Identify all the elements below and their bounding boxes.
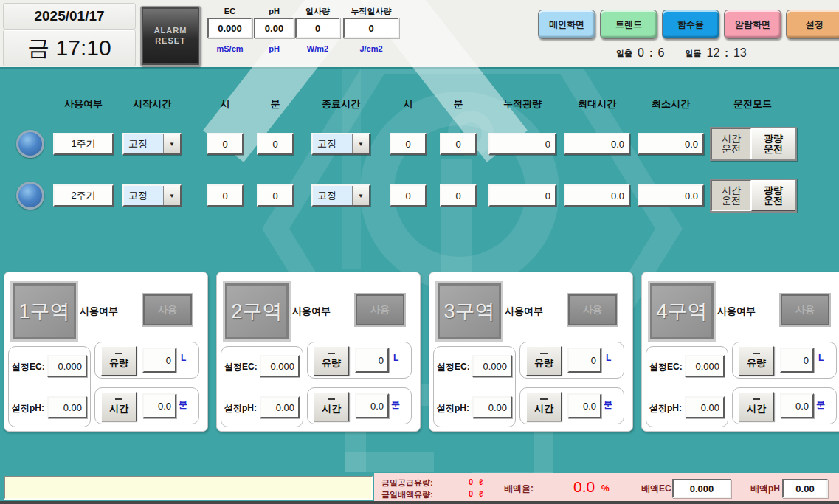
zone4-flow-button[interactable]: 유량 — [739, 346, 774, 376]
zone4-set-ec-box[interactable]: 0.000 — [685, 355, 725, 377]
drain-rate-label: 배액율: — [504, 483, 534, 495]
cycle1-start-minute-box[interactable]: 0 — [257, 133, 294, 155]
time-operation-button[interactable]: 시간 운전 — [711, 180, 751, 211]
set-ph-label: 설정pH: — [649, 402, 682, 415]
zone3-time-value-box[interactable]: 0.0 — [567, 393, 601, 418]
chevron-down-icon[interactable]: ▼ — [163, 134, 180, 153]
cycle1-end-minute-box[interactable]: 0 — [440, 133, 477, 155]
use-status-label: 사용여부 — [505, 305, 543, 318]
cycle1-end-hour-box[interactable]: 0 — [390, 133, 427, 155]
zone3-set-ec-box[interactable]: 0.000 — [472, 355, 512, 377]
zone3-flow-button[interactable]: 유량 — [526, 346, 562, 376]
cycle2-name-box[interactable]: 2주기 — [53, 184, 114, 207]
button-tick-mark — [540, 398, 548, 400]
drain-ec-value-box[interactable]: 0.000 — [672, 479, 731, 498]
light-operation-button[interactable]: 광량 운전 — [751, 180, 795, 211]
sunrise-colon: : — [649, 47, 653, 59]
cycle2-accum-light-box[interactable]: 0 — [488, 184, 556, 207]
zone4-flow-value-box[interactable]: 0 — [780, 348, 814, 373]
cycle2-start-minute-box[interactable]: 0 — [257, 184, 294, 207]
zone2-title-button[interactable]: 2구역 — [223, 281, 291, 342]
zone2-set-ph-box[interactable]: 0.00 — [260, 396, 300, 418]
nav-main-screen-button[interactable]: 메인화면 — [538, 10, 595, 39]
cycle2-max-time-box[interactable]: 0.0 — [564, 184, 630, 207]
time-unit: 분 — [391, 398, 400, 411]
zone2-flow-button[interactable]: 유량 — [314, 346, 349, 376]
header-end-time: 종료시간 — [311, 97, 370, 111]
cycle2-start-hour-box[interactable]: 0 — [207, 184, 244, 207]
button-tick-mark — [753, 398, 760, 400]
zone1-set-ec-box[interactable]: 0.000 — [47, 355, 87, 377]
date-display: 2025/01/17 — [3, 3, 136, 30]
nav-moisture-button[interactable]: 함수율 — [662, 10, 719, 39]
today-drain-unit: ℓ — [479, 489, 483, 498]
zone3-panel: 3구역 사용여부 사용 설정EC: 0.000 설정pH: 0.00 유량 0 … — [429, 272, 633, 432]
chevron-down-icon[interactable]: ▼ — [352, 186, 369, 205]
cycle1-min-time-box[interactable]: 0.0 — [638, 133, 704, 155]
time-operation-button[interactable]: 시간 운전 — [711, 128, 751, 159]
cycle1-accum-light-box[interactable]: 0 — [488, 133, 556, 155]
zone2-use-button[interactable]: 사용 — [354, 293, 406, 327]
set-ph-label: 설정pH: — [437, 402, 469, 415]
zone2-time-value-box[interactable]: 0.0 — [355, 393, 389, 418]
zone3-set-ph-box[interactable]: 0.00 — [472, 396, 512, 418]
nav-alarm-screen-button[interactable]: 알람화면 — [724, 10, 781, 39]
chevron-down-icon[interactable]: ▼ — [352, 134, 369, 153]
zone4-set-ph-box[interactable]: 0.00 — [685, 396, 725, 418]
cycle1-name-box[interactable]: 1주기 — [53, 133, 114, 155]
zone4-title-button[interactable]: 4구역 — [648, 281, 716, 342]
cycle2-end-minute-box[interactable]: 0 — [440, 184, 477, 207]
set-ec-label: 설정EC: — [649, 361, 683, 373]
ec-ph-group: 설정EC: 0.000 설정pH: 0.00 — [8, 346, 91, 427]
zone3-use-button[interactable]: 사용 — [567, 293, 618, 327]
header-start-time: 시작시간 — [122, 97, 182, 111]
zone2-time-button[interactable]: 시간 — [314, 392, 349, 421]
flow-group: 유량 0 L — [94, 342, 199, 379]
zone2-flow-value-box[interactable]: 0 — [355, 348, 389, 373]
today-supply-unit: ℓ — [479, 477, 483, 486]
zone1-title-button[interactable]: 1구역 — [10, 281, 78, 342]
zone3-time-button[interactable]: 시간 — [526, 392, 562, 421]
zone1-flow-button[interactable]: 유량 — [101, 346, 137, 376]
zone1-flow-value-box[interactable]: 0 — [142, 348, 176, 373]
time-unit: 분 — [179, 398, 187, 411]
radiation-label: 일사량 — [305, 4, 330, 18]
zone3-flow-value-box[interactable]: 0 — [567, 348, 601, 373]
cycle2-end-hour-box[interactable]: 0 — [390, 184, 427, 207]
zone1-time-button[interactable]: 시간 — [101, 392, 137, 421]
set-ph-label: 설정pH: — [12, 402, 44, 415]
nav-settings-button[interactable]: 설정 — [786, 10, 839, 39]
zone1-use-button[interactable]: 사용 — [142, 293, 193, 327]
zone4-use-button[interactable]: 사용 — [779, 293, 831, 327]
zone1-time-value-box[interactable]: 0.0 — [142, 393, 176, 418]
cycle2-end-mode-dropdown[interactable]: 고정 ▼ — [311, 184, 370, 207]
use-status-label: 사용여부 — [80, 305, 118, 318]
chevron-down-icon[interactable]: ▼ — [163, 186, 180, 205]
cycle1-max-time-box[interactable]: 0.0 — [564, 133, 630, 155]
zone4-time-value-box[interactable]: 0.0 — [780, 393, 814, 418]
zone4-time-button[interactable]: 시간 — [739, 392, 774, 421]
zone1-panel: 1구역 사용여부 사용 설정EC: 0.000 설정pH: 0.00 유량 0 … — [4, 272, 208, 432]
top-bar: 2025/01/17 금 17:10 ALARM RESET EC 0.000 … — [0, 0, 839, 69]
today-drain-label: 금일배액유량: — [381, 489, 433, 500]
button-tick-mark — [753, 353, 760, 354]
drain-ph-value-box[interactable]: 0.00 — [782, 479, 828, 498]
cycle1-end-mode-dropdown[interactable]: 고정 ▼ — [311, 133, 370, 155]
cycle1-start-hour-box[interactable]: 0 — [207, 133, 244, 155]
zone2-set-ec-box[interactable]: 0.000 — [260, 355, 300, 377]
light-operation-button[interactable]: 광량 운전 — [751, 128, 795, 159]
zone2-panel: 2구역 사용여부 사용 설정EC: 0.000 설정pH: 0.00 유량 0 … — [216, 272, 421, 432]
accum-radiation-label: 누적일사량 — [351, 4, 392, 18]
zone3-title-button[interactable]: 3구역 — [435, 281, 503, 342]
header-hour-2: 시 — [390, 97, 427, 111]
flow-unit: L — [606, 353, 611, 363]
zone1-set-ph-box[interactable]: 0.00 — [47, 396, 87, 418]
cycle1-start-mode-dropdown[interactable]: 고정 ▼ — [122, 133, 182, 155]
ec-label: EC — [224, 4, 235, 18]
ec-ph-group: 설정EC: 0.000 설정pH: 0.00 — [646, 346, 728, 427]
nav-trend-button[interactable]: 트렌드 — [600, 10, 657, 39]
set-ec-label: 설정EC: — [224, 361, 258, 373]
alarm-reset-button[interactable]: ALARM RESET — [140, 6, 201, 66]
cycle2-min-time-box[interactable]: 0.0 — [638, 184, 704, 207]
cycle2-start-mode-dropdown[interactable]: 고정 ▼ — [122, 184, 182, 207]
